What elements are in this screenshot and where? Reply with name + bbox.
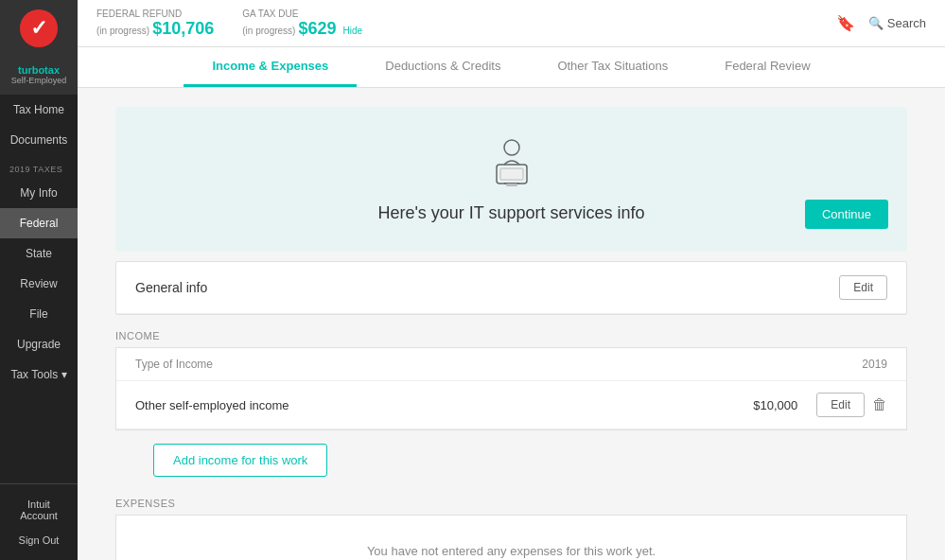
add-income-wrapper: Add income for this work (115, 430, 907, 490)
income-row-actions: Edit 🗑 (816, 393, 887, 417)
sidebar-brand: turbotax Self-Employed (0, 57, 78, 95)
expenses-section-label: EXPENSES (115, 498, 907, 515)
tab-income-expenses[interactable]: Income & Expenses (184, 47, 357, 87)
tab-other-tax-situations[interactable]: Other Tax Situations (529, 47, 696, 87)
federal-refund-amount: $10,706 (152, 19, 214, 38)
income-col-year: 2019 (862, 358, 887, 371)
general-info-title: General info (135, 280, 207, 295)
income-section-label: INCOME (115, 330, 907, 347)
it-support-icon (483, 135, 540, 192)
income-table-header: Type of Income 2019 (116, 348, 906, 381)
sidebar-item-file[interactable]: File (0, 299, 78, 329)
search-button[interactable]: 🔍 Search (868, 16, 926, 30)
sidebar-item-review[interactable]: Review (0, 269, 78, 299)
ga-tax-due-label: GA TAX DUE (242, 9, 362, 19)
sidebar-item-upgrade[interactable]: Upgrade (0, 329, 78, 359)
income-edit-button[interactable]: Edit (816, 393, 865, 417)
topbar-actions: 🔖 🔍 Search (836, 14, 926, 32)
content-area: Continue Here's your IT support services… (78, 88, 945, 560)
sidebar-logo: ✓ (0, 0, 78, 57)
svg-point-0 (504, 140, 519, 155)
hide-link[interactable]: Hide (343, 26, 363, 36)
sidebar: ✓ turbotax Self-Employed Tax Home Docume… (0, 0, 78, 560)
income-col-type: Type of Income (135, 358, 213, 371)
svg-rect-4 (506, 184, 517, 186)
general-info-header: General info Edit (116, 262, 906, 314)
tab-deductions-credits[interactable]: Deductions & Credits (357, 47, 529, 87)
table-row: Other self-employed income $10,000 Edit … (116, 381, 906, 429)
search-label: Search (887, 16, 926, 30)
hero-section: Here's your IT support services info (115, 107, 907, 252)
sidebar-item-state[interactable]: State (0, 238, 78, 269)
delete-icon[interactable]: 🗑 (872, 396, 887, 413)
sidebar-item-tax-home[interactable]: Tax Home (0, 95, 78, 125)
sidebar-bottom: Intuit Account Sign Out (0, 483, 78, 560)
sidebar-item-my-info[interactable]: My Info (0, 178, 78, 208)
ga-tax-due-sub: (in progress) (242, 26, 295, 36)
search-icon: 🔍 (868, 16, 884, 30)
federal-refund-label: FEDERAL REFUND (96, 9, 214, 19)
brand-sub: Self-Employed (4, 76, 74, 85)
income-row-amount: $10,000 (753, 398, 797, 412)
refund-info: FEDERAL REFUND (in progress) $10,706 GA … (96, 9, 836, 39)
sidebar-item-intuit-account[interactable]: Intuit Account (0, 492, 78, 528)
main-content: FEDERAL REFUND (in progress) $10,706 GA … (78, 0, 945, 560)
svg-rect-2 (500, 168, 523, 180)
continue-button[interactable]: Continue (805, 200, 888, 229)
federal-refund-block: FEDERAL REFUND (in progress) $10,706 (96, 9, 214, 39)
sidebar-item-federal[interactable]: Federal (0, 208, 78, 238)
sidebar-item-documents[interactable]: Documents (0, 125, 78, 155)
expenses-section: EXPENSES You have not entered any expens… (115, 498, 907, 560)
sidebar-item-sign-out[interactable]: Sign Out (0, 528, 78, 552)
general-info-edit-button[interactable]: Edit (839, 275, 887, 300)
income-row-label: Other self-employed income (135, 398, 753, 412)
ga-tax-due-amount: $629 (298, 19, 336, 38)
turbotax-logo: ✓ (20, 9, 58, 47)
income-section: INCOME Type of Income 2019 Other self-em… (115, 330, 907, 430)
sidebar-nav: Tax Home Documents 2019 TAXES My Info Fe… (0, 95, 78, 483)
hero-title: Here's your IT support services info (377, 203, 644, 223)
income-table: Type of Income 2019 Other self-employed … (115, 347, 907, 430)
ga-tax-due-block: GA TAX DUE (in progress) $629 Hide (242, 9, 362, 39)
brand-name: turbotax (4, 64, 74, 76)
bookmark-icon[interactable]: 🔖 (836, 14, 855, 32)
add-income-button[interactable]: Add income for this work (153, 444, 327, 477)
expenses-empty-message: You have not entered any expenses for th… (367, 544, 656, 558)
progress-tabs: Income & Expenses Deductions & Credits O… (78, 47, 945, 88)
topbar: FEDERAL REFUND (in progress) $10,706 GA … (78, 0, 945, 47)
sidebar-section-label: 2019 TAXES (0, 155, 78, 178)
sidebar-item-tax-tools[interactable]: Tax Tools ▾ (0, 359, 78, 390)
expenses-empty-box: You have not entered any expenses for th… (115, 515, 907, 560)
tab-federal-review[interactable]: Federal Review (696, 47, 838, 87)
general-info-section: General info Edit (115, 261, 907, 315)
federal-refund-sub: (in progress) (96, 26, 149, 36)
